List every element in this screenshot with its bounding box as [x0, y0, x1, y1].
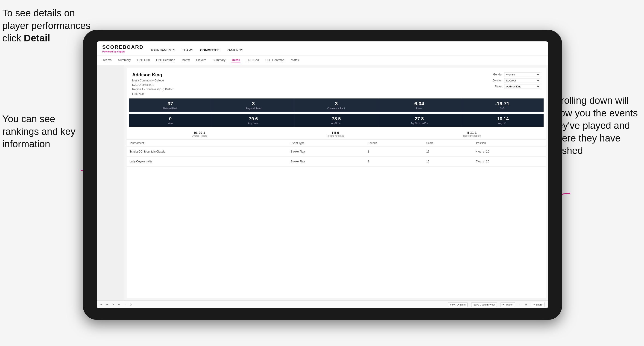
regional-rank-value: 3: [213, 101, 293, 107]
sub-nav-detail[interactable]: Detail: [232, 57, 240, 63]
stat-sos: -19.71 SoS: [461, 98, 544, 112]
record-top25: 1-5-0 Record vs top 25: [326, 131, 344, 137]
watch-icon: 👁: [502, 303, 505, 306]
table-row: Estella CC- Mountain Classic Stroke Play…: [127, 147, 546, 157]
minus-icon[interactable]: —: [124, 303, 126, 306]
player-label: Player: [490, 85, 502, 88]
sub-nav-h2h-grid[interactable]: H2H Grid: [137, 57, 150, 63]
sub-nav-h2h-grid2[interactable]: H2H Grid: [246, 57, 259, 63]
player-header: Addison King Mesa Community College NJCA…: [127, 68, 546, 98]
refresh-icon[interactable]: ⟳: [112, 303, 114, 306]
sub-nav-players[interactable]: Players: [196, 57, 206, 63]
stat-conference-rank: 3 Conference Rank: [295, 98, 378, 112]
undo-icon[interactable]: ↩: [100, 303, 102, 306]
sub-nav-h2h-heatmap[interactable]: H2H Heatmap: [156, 57, 176, 63]
tournament-table: Tournament Event Type Rounds Score Posit…: [127, 140, 546, 167]
logo-area: SCOREBOARD Powered by clippd: [102, 44, 144, 55]
overall-record-label: Overall Record: [192, 135, 207, 137]
sub-nav-teams[interactable]: Teams: [102, 57, 112, 63]
sub-nav-h2h-heatmap2[interactable]: H2H Heatmap: [265, 57, 285, 63]
nav-rankings[interactable]: RANKINGS: [226, 47, 243, 53]
logo-powered: Powered by clippd: [102, 50, 144, 53]
annotation-bottom-left-text: You can see rankings and key information: [2, 113, 76, 149]
points-label: Points: [379, 107, 459, 110]
main-content: Addison King Mesa Community College NJCA…: [97, 65, 548, 301]
annotation-bottom-left: You can see rankings and key information: [2, 113, 85, 151]
overall-record-value: 91-20-1: [192, 131, 207, 135]
division-label: Division: [490, 79, 502, 82]
clock-icon[interactable]: ⏱: [130, 303, 132, 306]
sub-nav-summary2[interactable]: Summary: [212, 57, 226, 63]
left-sidebar: [97, 65, 124, 301]
brand-name: clippd: [117, 50, 124, 53]
nav-teams[interactable]: TEAMS: [182, 47, 193, 53]
player-region: Region 1 - Southwest (18) District: [132, 87, 174, 92]
watch-label: Watch: [506, 303, 513, 306]
share-btn[interactable]: ↗ Share: [531, 302, 544, 307]
annotation-top-left: To see details on player performances cl…: [2, 7, 94, 45]
save-custom-btn[interactable]: Save Custom View: [471, 302, 497, 307]
stats-row-1: 37 National Rank 3 Regional Rank 3 Confe…: [129, 98, 544, 112]
stat-avg-sg: -10.14 Avg SG: [461, 114, 544, 127]
avg-score-par-value: 27.8: [379, 116, 459, 122]
stat-regional-rank: 3 Regional Rank: [212, 98, 295, 112]
grid-icon[interactable]: ⊞: [525, 303, 527, 306]
records-row: 91-20-1 Overall Record 1-5-0 Record vs t…: [127, 130, 546, 140]
th-tournament: Tournament: [127, 140, 288, 147]
national-rank-value: 37: [130, 101, 210, 107]
top50-record-label: Record vs top 50: [463, 135, 481, 137]
avg-sg-label: Avg SG: [462, 122, 542, 125]
annotation-top-left-text: To see details on player performances cl…: [2, 7, 90, 43]
adj-score-label: Adj Score: [296, 122, 376, 125]
nav-tournaments[interactable]: TOURNAMENTS: [150, 47, 175, 53]
position-2: 7 out of 20: [473, 157, 546, 166]
avg-sg-value: -10.14: [462, 116, 542, 122]
regional-rank-label: Regional Rank: [213, 107, 293, 110]
avg-score-value: 79.6: [213, 116, 293, 122]
player-select[interactable]: Addison King: [504, 84, 540, 89]
redo-icon[interactable]: ↪: [106, 303, 108, 306]
zoom-icon[interactable]: ⊕: [118, 303, 120, 306]
event-type-1: Stroke Play: [288, 147, 364, 157]
save-custom-label: Save Custom View: [473, 303, 495, 306]
logo-scoreboard: SCOREBOARD: [102, 44, 144, 50]
player-year: First Year: [132, 92, 174, 96]
top25-record-label: Record vs top 25: [326, 135, 344, 137]
table-row: Lady Coyote Invite Stroke Play 2 16 7 ou…: [127, 157, 546, 166]
view-original-label: View: Original: [450, 303, 466, 306]
th-score: Score: [424, 140, 473, 147]
view-original-btn[interactable]: View: Original: [448, 302, 468, 307]
sub-nav-matrix[interactable]: Matrix: [181, 57, 190, 63]
annotation-detail-bold: Detail: [24, 33, 50, 43]
player-controls: Gender Women Men Division NJCAA I NJCAA …: [490, 72, 540, 89]
tournament-name-2: Lady Coyote Invite: [127, 157, 288, 166]
sub-nav: Teams Summary H2H Grid H2H Heatmap Matri…: [97, 55, 548, 65]
gender-select[interactable]: Women Men: [504, 72, 540, 77]
player-division: NJCAA Division 1: [132, 83, 174, 87]
sos-value: -19.71: [462, 101, 542, 107]
division-select[interactable]: NJCAA I NJCAA II: [504, 78, 540, 83]
bottom-toolbar: ↩ ↪ ⟳ ⊕ — ⏱ View: Original Save Custom V…: [97, 301, 548, 308]
wins-value: 0: [130, 116, 210, 122]
conference-rank-label: Conference Rank: [296, 107, 376, 110]
sub-nav-matrix2[interactable]: Matrix: [290, 57, 300, 63]
sos-label: SoS: [462, 107, 542, 110]
player-name: Addison King: [132, 72, 174, 78]
adj-score-value: 78.5: [296, 116, 376, 122]
top50-record-value: 5-11-1: [463, 131, 481, 135]
screen-icon[interactable]: ▭: [519, 303, 521, 306]
share-icon: ↗: [533, 303, 535, 306]
stat-wins: 0 Wins: [129, 114, 212, 127]
points-value: 6.04: [379, 101, 459, 107]
stats-row-2: 0 Wins 79.6 Avg Score 78.5 Adj Score 27.…: [129, 114, 544, 127]
score-2: 16: [424, 157, 473, 166]
national-rank-label: National Rank: [130, 107, 210, 110]
avg-score-label: Avg Score: [213, 122, 293, 125]
nav-committee[interactable]: COMMITTEE: [200, 47, 220, 53]
rounds-1: 2: [365, 147, 424, 157]
sub-nav-summary[interactable]: Summary: [118, 57, 131, 63]
watch-btn[interactable]: 👁 Watch: [500, 302, 515, 307]
th-event-type: Event Type: [288, 140, 364, 147]
stat-adj-score: 78.5 Adj Score: [295, 114, 378, 127]
tablet-screen: SCOREBOARD Powered by clippd TOURNAMENTS…: [97, 41, 548, 308]
